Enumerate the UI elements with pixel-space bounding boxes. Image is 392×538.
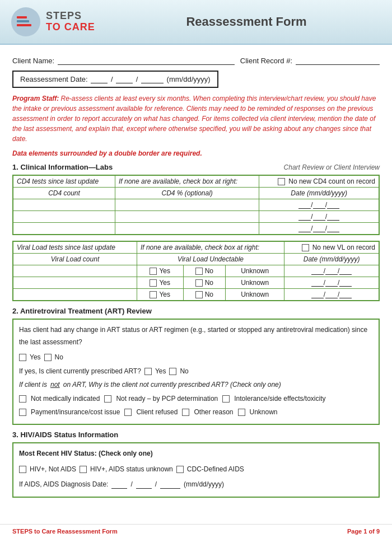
art-q2-no-checkbox[interactable] (169, 368, 176, 375)
art-q1-yes-checkbox[interactable] (19, 354, 26, 361)
main-content: Client Name: Client Record #: Reassessme… (0, 45, 392, 520)
vl-row1-yes[interactable]: Yes (137, 265, 183, 277)
date-seg (311, 267, 324, 275)
warning-bold-label: Program Staff: (12, 95, 60, 102)
date-seg-dd[interactable] (116, 83, 133, 83)
art-q2-text: If yes, Is client currently prescribed A… (19, 366, 141, 378)
vl-yes-checkbox[interactable] (150, 268, 157, 275)
art-q2-yes-checkbox[interactable] (144, 368, 152, 375)
cd4-row3-date[interactable]: // (259, 223, 379, 235)
hiv-option1-checkbox[interactable] (19, 466, 26, 473)
vl-row2-count[interactable] (13, 277, 137, 289)
vl-row1-date[interactable]: // (284, 265, 379, 277)
vl-no-label: No (205, 279, 213, 287)
art-q2-yes-label: Yes (155, 366, 166, 378)
svg-rect-1 (17, 16, 27, 18)
vl-row3-no[interactable]: No (183, 289, 226, 301)
logo-area: STEPS TO CARE (11, 7, 123, 36)
vl-unknown-label: Unknown (241, 279, 269, 287)
cd4-col1-header: CD4 count (13, 188, 115, 199)
aids-date-seg-mm[interactable] (111, 481, 127, 489)
client-record-group: Client Record #: (240, 55, 380, 65)
svg-rect-3 (17, 24, 31, 26)
vl-yes-checkbox[interactable] (150, 291, 157, 298)
aids-date-seg-yyyy[interactable] (160, 481, 180, 489)
date-seg (327, 213, 339, 221)
cd4-row2-count[interactable] (13, 211, 115, 223)
hiv-option3-checkbox[interactable] (176, 466, 184, 473)
vl-table: Viral Load tests since last update If no… (12, 241, 380, 301)
vl-header-label: Viral Load tests since last update (13, 241, 137, 254)
vl-row3-count[interactable] (13, 289, 137, 301)
warning-text: Program Staff: Re-assess clients at leas… (12, 93, 380, 144)
art-reason6-label: Other reason (194, 406, 233, 419)
art-reason6-checkbox[interactable] (182, 409, 189, 416)
client-info-row: Client Name: Client Record #: (12, 55, 380, 65)
date-seg (339, 279, 352, 287)
client-record-field[interactable] (296, 55, 380, 65)
vl-row3-unknown: Unknown (226, 289, 284, 301)
vl-no-label: No (205, 291, 213, 298)
vl-row2-yes[interactable]: Yes (137, 277, 183, 289)
cd4-row3-count[interactable] (13, 223, 115, 235)
svg-rect-2 (17, 20, 29, 22)
art-reason7-checkbox[interactable] (238, 409, 245, 416)
aids-date-seg-dd[interactable] (136, 481, 152, 489)
logo-text: STEPS TO CARE (46, 11, 95, 33)
vl-col1-header: Viral Load count (13, 254, 137, 265)
date-seg (325, 291, 338, 298)
date-seg (313, 201, 325, 209)
reassessment-date-box: Reassessment Date: / / (mm/dd/yyyy) (12, 71, 218, 88)
vl-row2-no[interactable]: No (183, 277, 226, 289)
cd4-row1-count[interactable] (13, 199, 115, 211)
cd4-col2-header: CD4 % (optional) (115, 188, 259, 199)
client-name-field[interactable] (58, 55, 235, 65)
hiv-option2-label: HIV+, AIDS status unknown (90, 464, 173, 476)
vl-no-record-cell: No new VL on record (284, 241, 379, 254)
cd4-row1-date[interactable]: // (259, 199, 379, 211)
vl-row2-date[interactable]: // (284, 277, 379, 289)
art-q1-no-checkbox[interactable] (44, 354, 52, 361)
hiv-option1-label: HIV+, Not AIDS (30, 464, 76, 476)
vl-col2-header: Viral Load Undectable (137, 254, 284, 265)
vl-row1-count[interactable] (13, 265, 137, 277)
art-reason4-checkbox[interactable] (19, 409, 26, 416)
reassessment-date-format: (mm/dd/yyyy) (167, 75, 211, 83)
art-reason3-checkbox[interactable] (222, 395, 230, 403)
vl-row3-yes[interactable]: Yes (137, 289, 183, 301)
hiv-option2-checkbox[interactable] (80, 466, 87, 473)
section1-subtitle: Chart Review or Client Interview (284, 163, 380, 171)
cd4-row2-date[interactable]: // (259, 211, 379, 223)
vl-row3-date[interactable]: // (284, 289, 379, 301)
section1-title: 1. Clinical Information—Labs (12, 163, 113, 171)
art-q1-no-label: No (55, 352, 63, 364)
cd4-table: CD4 tests since last update If none are … (12, 175, 380, 235)
art-reason2-checkbox[interactable] (104, 395, 111, 403)
logo-steps: STEPS (46, 11, 95, 22)
date-seg-mm[interactable] (91, 83, 108, 83)
vl-yes-checkbox[interactable] (150, 279, 157, 287)
hiv-q1-label-row: Most Recent HIV Status: (Check only one) (19, 448, 373, 460)
vl-no-checkbox[interactable] (195, 279, 203, 287)
page-title: Reassessment Form (123, 15, 381, 29)
cd4-row1-pct[interactable] (115, 199, 259, 211)
date-seg (339, 267, 352, 275)
cd4-row3-pct[interactable] (115, 223, 259, 235)
vl-no-checkbox[interactable] (195, 291, 203, 298)
art-reason3-label: Intolerance/side effects/toxicity (234, 393, 325, 405)
art-reason1-checkbox[interactable] (19, 395, 26, 403)
cd4-no-record-checkbox[interactable] (278, 178, 285, 185)
art-reason5-checkbox[interactable] (124, 409, 132, 416)
cd4-row2-pct[interactable] (115, 211, 259, 223)
vl-no-record-checkbox[interactable] (302, 244, 309, 251)
hiv-options-row: HIV+, Not AIDS HIV+, AIDS status unknown… (19, 464, 373, 476)
section2-title: 2. Antiretroviral Treatment (ART) Review (12, 307, 380, 315)
vl-no-checkbox[interactable] (195, 268, 203, 275)
date-seg (339, 291, 352, 298)
required-note: Data elements surrounded by a double bor… (12, 149, 380, 157)
date-seg-yyyy[interactable] (141, 83, 164, 83)
vl-row1-no[interactable]: No (183, 265, 226, 277)
art-q3-row: If client is not on ART, Why is the clie… (19, 379, 373, 391)
cd4-no-record-label: No new CD4 count on record (288, 177, 375, 185)
page-footer: STEPS to Care Reassessment Form Page 1 o… (0, 524, 392, 538)
